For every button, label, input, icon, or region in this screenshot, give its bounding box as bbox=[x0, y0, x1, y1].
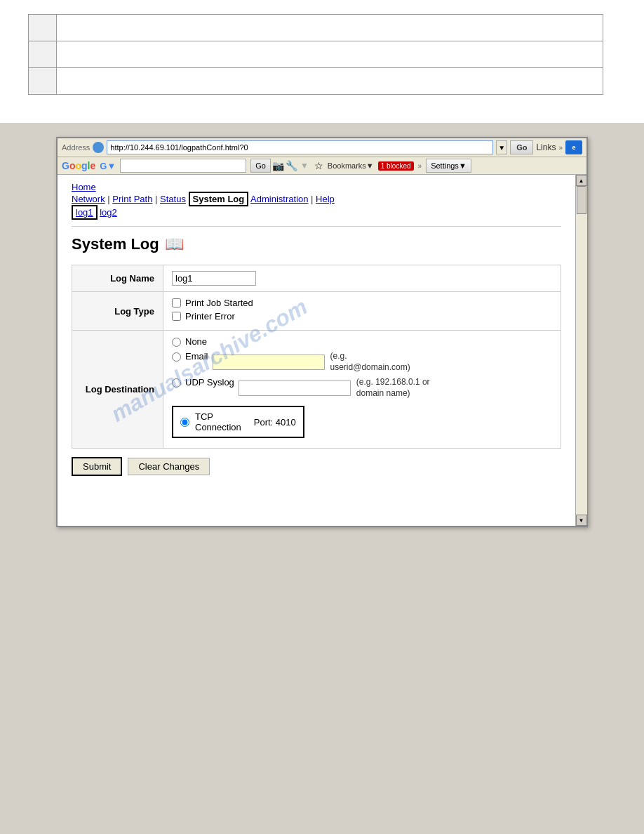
tcp-port: Port: 4010 bbox=[254, 417, 296, 428]
udp-hint-row: (e.g. 192.168.0.1 or domain name) bbox=[239, 377, 441, 399]
bookmarks-button[interactable]: Bookmarks▼ bbox=[328, 161, 374, 170]
print-job-label: Print Job Started bbox=[185, 298, 253, 308]
page-divider bbox=[72, 226, 561, 227]
table-row-content bbox=[57, 68, 603, 95]
home-link[interactable]: Home bbox=[72, 182, 96, 192]
google-search-input[interactable] bbox=[120, 159, 246, 173]
address-bar: Address ▼ Go Links » e bbox=[58, 138, 586, 157]
nav-links: Network | Print Path | Status System Log… bbox=[72, 194, 561, 204]
address-input[interactable] bbox=[107, 140, 493, 154]
camera-icon[interactable]: 📷 bbox=[272, 160, 284, 171]
google-logo: Google bbox=[62, 160, 95, 171]
email-input[interactable] bbox=[213, 355, 325, 370]
star-icon[interactable]: ☆ bbox=[314, 160, 323, 171]
page-title-area: System Log 📖 bbox=[72, 235, 561, 253]
title-book-icon: 📖 bbox=[165, 235, 184, 253]
ie-icon: e bbox=[565, 140, 582, 154]
button-row: Submit Clear Changes bbox=[72, 457, 561, 476]
sub-nav-log1[interactable]: log1 bbox=[72, 205, 98, 220]
nav-status[interactable]: Status bbox=[160, 194, 186, 204]
go-button[interactable]: Go bbox=[510, 140, 533, 154]
tcp-label: TCPConnection bbox=[195, 411, 241, 432]
links-label: Links bbox=[536, 143, 556, 152]
udp-input[interactable] bbox=[239, 380, 351, 396]
log-destination-row: Log Destination None Email bbox=[72, 331, 561, 449]
sub-nav-log2[interactable]: log2 bbox=[100, 207, 117, 218]
table-row-num bbox=[29, 68, 57, 95]
none-radio-row: None bbox=[172, 336, 552, 347]
tcp-radio[interactable] bbox=[180, 418, 189, 427]
google-go-button[interactable]: Go bbox=[250, 159, 271, 173]
log-name-input[interactable] bbox=[172, 271, 256, 286]
sub-nav: log1 log2 bbox=[72, 207, 561, 218]
table-row-num bbox=[29, 15, 57, 41]
log-name-label: Log Name bbox=[72, 265, 163, 292]
udp-label: UDP Syslog bbox=[185, 377, 234, 388]
printer-error-checkbox-row: Printer Error bbox=[172, 311, 552, 322]
toolbar-icon-1[interactable]: 🔧 bbox=[286, 160, 297, 171]
nav-printpath[interactable]: Print Path bbox=[112, 194, 152, 204]
print-job-checkbox[interactable] bbox=[172, 298, 181, 307]
email-radio-row: Email (e.g. userid@domain.com) bbox=[172, 351, 552, 373]
udp-hint: (e.g. 192.168.0.1 or domain name) bbox=[356, 377, 441, 399]
log-type-label: Log Type bbox=[72, 292, 163, 331]
settings-button[interactable]: Settings▼ bbox=[426, 159, 471, 173]
none-radio[interactable] bbox=[172, 338, 181, 347]
tcp-radio-row: TCPConnection Port: 4010 bbox=[172, 403, 552, 438]
submit-button[interactable]: Submit bbox=[72, 457, 122, 476]
page-title: System Log bbox=[72, 235, 159, 253]
scroll-track[interactable] bbox=[576, 186, 587, 515]
top-reference-table bbox=[28, 14, 603, 95]
form-table: Log Name Log Type Print Job Sta bbox=[72, 265, 561, 449]
email-hint-row: (e.g. userid@domain.com) bbox=[213, 351, 415, 373]
double-arrow-icon: » bbox=[558, 144, 563, 152]
settings-label: Settings bbox=[431, 161, 459, 170]
nav-administration[interactable]: Administration bbox=[250, 194, 308, 204]
address-dropdown[interactable]: ▼ bbox=[496, 140, 507, 154]
nav-help[interactable]: Help bbox=[316, 194, 335, 204]
email-label: Email bbox=[185, 351, 208, 362]
log-name-value bbox=[163, 265, 561, 292]
print-job-checkbox-row: Print Job Started bbox=[172, 298, 552, 308]
nav-sep: | bbox=[155, 194, 160, 204]
table-row-content bbox=[57, 41, 603, 68]
log-type-row: Log Type Print Job Started Printer Error bbox=[72, 292, 561, 331]
google-toolbar: Google G▼ Go 📷 🔧 ▼ ☆ Bookmarks▼ 1 blocke… bbox=[58, 157, 586, 175]
clear-changes-button[interactable]: Clear Changes bbox=[128, 458, 210, 475]
double-arrow-icon-2: » bbox=[418, 162, 422, 170]
blocked-badge[interactable]: 1 blocked bbox=[378, 161, 414, 171]
nav-systemlog-active[interactable]: System Log bbox=[189, 192, 249, 206]
log-destination-label: Log Destination bbox=[72, 331, 163, 449]
log-name-row: Log Name bbox=[72, 265, 561, 292]
nav-home[interactable]: Home bbox=[72, 182, 561, 192]
google-g-dropdown[interactable]: G▼ bbox=[100, 161, 116, 171]
log-type-value: Print Job Started Printer Error bbox=[163, 292, 561, 331]
udp-radio[interactable] bbox=[172, 378, 181, 388]
page-content: Home Network | Print Path | Status Syste… bbox=[58, 175, 575, 526]
scroll-up-button[interactable]: ▲ bbox=[576, 175, 587, 186]
printer-error-label: Printer Error bbox=[185, 311, 235, 322]
none-label: None bbox=[185, 336, 207, 347]
printer-error-checkbox[interactable] bbox=[172, 312, 181, 321]
table-row-content bbox=[57, 15, 603, 41]
udp-radio-row: UDP Syslog (e.g. 192.168.0.1 or domain n… bbox=[172, 377, 552, 399]
log-destination-value: None Email (e.g. userid@domain.com) bbox=[163, 331, 561, 449]
browser-scrollbar[interactable]: ▲ ▼ bbox=[575, 175, 586, 526]
address-label: Address bbox=[62, 143, 90, 152]
tcp-box: TCPConnection Port: 4010 bbox=[172, 406, 304, 438]
browser-icon bbox=[93, 142, 104, 153]
scroll-thumb[interactable] bbox=[577, 186, 586, 214]
email-radio[interactable] bbox=[172, 352, 181, 362]
scroll-down-button[interactable]: ▼ bbox=[576, 515, 587, 526]
email-hint: (e.g. userid@domain.com) bbox=[330, 351, 415, 373]
table-row-num bbox=[29, 41, 57, 68]
nav-network[interactable]: Network bbox=[72, 194, 105, 204]
bookmarks-label: Bookmarks bbox=[328, 161, 366, 170]
